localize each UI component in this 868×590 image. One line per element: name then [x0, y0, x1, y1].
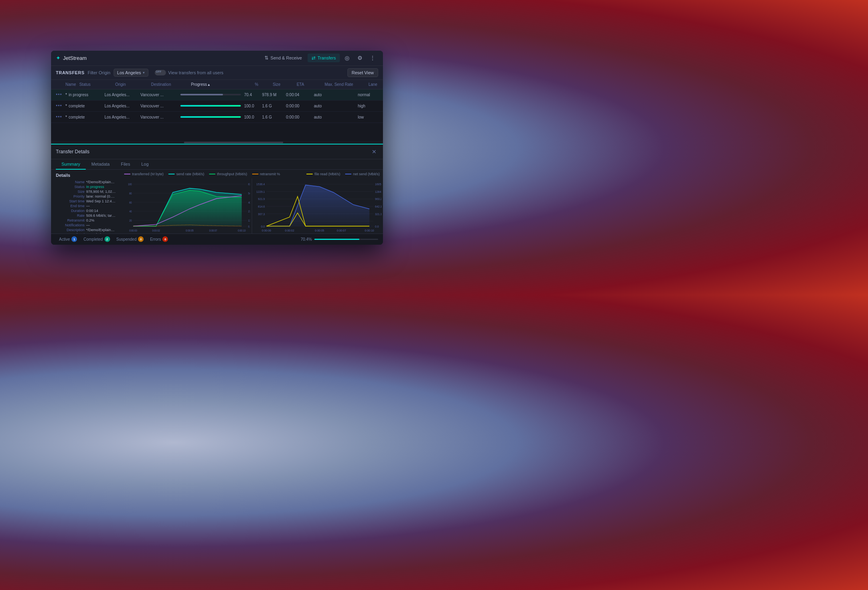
col-lane[interactable]: Lane: [367, 81, 383, 87]
tab-files[interactable]: Files: [115, 159, 136, 170]
logo-area: ✦ JetStream: [56, 55, 260, 61]
completed-badge: 2: [105, 236, 110, 242]
table-row[interactable]: ••• */Demo/Testimonials* complete Los An…: [51, 112, 383, 123]
col-status[interactable]: Status: [78, 81, 114, 87]
row-eta-1: 0:00:04: [284, 91, 312, 99]
table-header: Name Status Origin Destination Progress …: [51, 80, 383, 89]
toggle-area: OFF View transfers from all users: [155, 70, 224, 75]
detail-start-row: Start time Wed Sep 1 12:47:35 2021: [56, 199, 116, 203]
row-dots-3[interactable]: •••: [54, 113, 64, 121]
tab-summary[interactable]: Summary: [56, 159, 86, 170]
detail-rate-key: Rate: [56, 214, 85, 218]
svg-text:60: 60: [129, 201, 132, 204]
status-tab-errors[interactable]: Errors 0: [147, 235, 171, 244]
reset-view-button[interactable]: Reset View: [347, 68, 378, 77]
overall-progress-track: [314, 239, 378, 240]
detail-desc-key: Description: [56, 228, 85, 232]
svg-text:0:00:05: 0:00:05: [315, 229, 324, 232]
row-lane-2: high: [356, 102, 383, 110]
row-origin-2: Los Angeles...: [103, 102, 139, 110]
detail-duration-row: Duration 0:00:14: [56, 209, 116, 213]
location-text: Los Angeles: [117, 70, 141, 75]
svg-text:921.9: 921.9: [258, 198, 265, 201]
chart2-legends: file read (Mbit/s) net send (Mbit/s): [303, 170, 383, 178]
detail-rate-row: Rate 509.6 Mbit/s; target: 522.7 ...: [56, 214, 116, 218]
col-size[interactable]: Size: [271, 81, 295, 87]
chart1-legends: transferred (M byte) send rate (Mbit/s) …: [121, 170, 283, 178]
svg-text:0.0: 0.0: [375, 225, 379, 228]
detail-name-key: Name: [56, 180, 85, 184]
more-button[interactable]: ⋮: [367, 52, 378, 63]
row-status-1: in progress: [67, 91, 103, 99]
details-panel: Transfer Details ✕ Summary Metadata File…: [51, 144, 383, 234]
svg-text:321.1: 321.1: [375, 212, 381, 216]
detail-priority-val: lane: normal (0.25); priority: ...: [86, 194, 116, 198]
overall-progress-area: 70.4%: [301, 237, 378, 242]
row-lane-1: normal: [356, 91, 383, 99]
svg-text:135.9: 135.9: [248, 219, 250, 222]
location-select[interactable]: Los Angeles ▾: [114, 69, 148, 77]
toggle-switch[interactable]: OFF: [155, 70, 166, 75]
chart1-wrap: 100 80 60 40 20 679.7 543.7 407.8 271.9 …: [121, 178, 252, 234]
detail-notif-key: Notifications: [56, 223, 85, 227]
details-title: Transfer Details: [56, 149, 370, 154]
scrollbar-thumb[interactable]: [184, 142, 284, 143]
col-percent[interactable]: %: [253, 81, 271, 87]
settings-button[interactable]: ⚙: [354, 52, 365, 63]
tab-log[interactable]: Log: [136, 159, 154, 170]
row-eta-2: 0:00:00: [284, 102, 312, 110]
row-dots-2[interactable]: •••: [54, 101, 64, 110]
svg-text:0:00:02: 0:00:02: [285, 229, 294, 232]
transfers-button[interactable]: ⇄ Transfers: [308, 53, 340, 62]
status-tab-active[interactable]: Active 1: [56, 235, 80, 244]
svg-text:1605.4: 1605.4: [375, 183, 381, 186]
legend-line-throughput: [209, 174, 215, 174]
transfers-icon: ⇄: [312, 55, 316, 61]
table-scrollbar[interactable]: [51, 141, 383, 144]
row-max-send-3: auto: [312, 113, 356, 121]
legend-line-fileread: [306, 174, 313, 174]
settings-icon: ⚙: [357, 55, 363, 61]
status-tab-completed[interactable]: Completed 2: [80, 235, 113, 244]
overall-progress-pct: 70.4%: [301, 237, 312, 242]
row-progress-2: [179, 103, 243, 108]
col-name[interactable]: Name: [64, 81, 78, 87]
connect-button[interactable]: ◎: [341, 52, 353, 63]
status-tab-suspended[interactable]: Suspended 0: [113, 235, 147, 244]
svg-text:40: 40: [129, 210, 132, 213]
view-all-label: View transfers from all users: [168, 70, 224, 75]
col-progress[interactable]: Progress ▴: [189, 81, 253, 87]
col-eta[interactable]: ETA: [295, 81, 323, 87]
col-destination[interactable]: Destination: [150, 81, 189, 87]
detail-notif-row: Notifications —: [56, 223, 116, 227]
errors-label: Errors: [150, 237, 161, 242]
svg-text:0:00:00: 0:00:00: [129, 229, 137, 232]
svg-text:0:00:07: 0:00:07: [209, 229, 217, 232]
row-lane-3: low: [356, 113, 383, 121]
svg-text:271.9: 271.9: [248, 210, 250, 213]
detail-start-key: Start time: [56, 199, 85, 203]
svg-text:0:00:05: 0:00:05: [186, 229, 194, 232]
row-size-3: 1.6 G: [260, 113, 284, 121]
detail-name-val: */Demo/Explainer-Video-Ed...: [86, 180, 116, 184]
completed-label: Completed: [83, 237, 103, 242]
col-origin[interactable]: Origin: [114, 81, 150, 87]
svg-text:614.6: 614.6: [258, 205, 265, 208]
detail-priority-key: Priority: [56, 194, 85, 198]
header-actions: ⇅ Send & Receive ⇄ Transfers ◎ ⚙ ⋮: [260, 52, 378, 63]
detail-size-val: 978,900 M; 1,026,451,031 ...: [86, 190, 116, 194]
details-close-button[interactable]: ✕: [370, 148, 378, 156]
table-row[interactable]: ••• */Demo/Priority-Video.zip* complete …: [51, 101, 383, 112]
send-receive-icon: ⇅: [264, 55, 268, 61]
send-receive-button[interactable]: ⇅ Send & Receive: [260, 53, 306, 62]
table-row[interactable]: ••• */Demo/Explainer-Video-Edit.mp4* in …: [51, 89, 383, 101]
section-label: TRANSFERS: [56, 70, 85, 75]
detail-duration-key: Duration: [56, 209, 85, 213]
svg-text:307.3: 307.3: [258, 212, 265, 216]
col-max-send-rate[interactable]: Max. Send Rate: [323, 81, 367, 87]
chart1-svg: 100 80 60 40 20 679.7 543.7 407.8 271.9 …: [122, 180, 250, 234]
row-dots-1[interactable]: •••: [54, 90, 64, 99]
svg-text:80: 80: [129, 192, 132, 195]
detail-status-row: Status In progress: [56, 185, 116, 189]
tab-metadata[interactable]: Metadata: [86, 159, 115, 170]
